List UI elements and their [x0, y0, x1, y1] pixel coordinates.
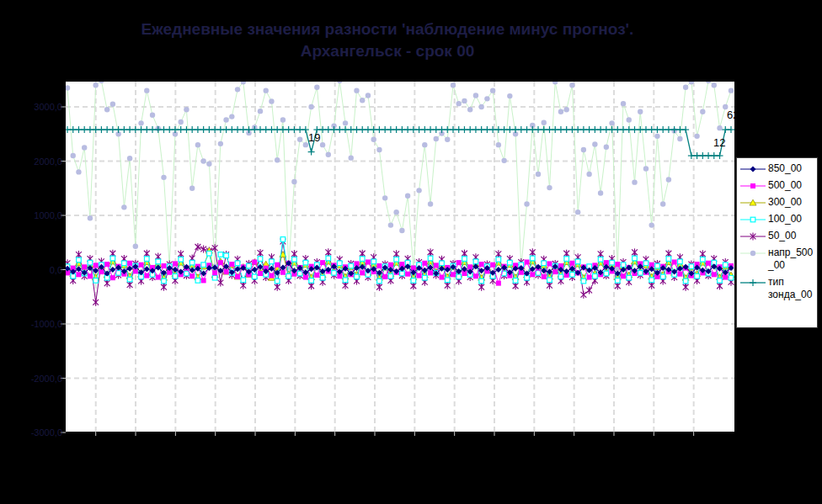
y-tick-label: -3000,0: [31, 427, 62, 438]
legend-item-500-00: 500_00: [739, 179, 817, 192]
legend-label-850-00: 850_00: [768, 162, 802, 175]
legend-item-50-00: 50_00: [739, 230, 817, 242]
data-label-19: 19: [308, 131, 320, 144]
legend-marker-tip-zonda-00-icon: [739, 277, 766, 289]
legend-marker-300-00-icon: [739, 197, 766, 209]
y-tick-label: 1000,0: [34, 210, 62, 220]
y-tick-label: 2000,0: [34, 157, 62, 167]
legend-item-300-00: 300_00: [739, 196, 817, 209]
legend-item-850-00: 850_00: [739, 162, 817, 175]
legend-marker-850-00-icon: [739, 163, 766, 175]
chart-canvas: Ежедневные значения разности 'наблюдение…: [0, 0, 822, 504]
legend-marker-50-00-icon: [739, 231, 766, 242]
legend-label-100-00: 100_00: [768, 213, 802, 225]
y-tick-label: 3000,0: [34, 102, 62, 112]
legend-item-tip-zonda-00: тип зонда_00: [739, 276, 817, 301]
y-tick-label: -1000,0: [31, 319, 62, 329]
legend-marker-500-00-icon: [739, 180, 766, 192]
legend-label-50-00: 50_00: [768, 230, 796, 242]
legend-item-napr-500-00: напр_500 _00: [739, 247, 817, 272]
legend-marker-100-00-icon: [739, 214, 766, 225]
legend-label-tip-zonda-00: тип зонда_00: [768, 276, 812, 301]
y-tick-label: -2000,0: [31, 374, 62, 384]
legend-item-100-00: 100_00: [739, 213, 817, 225]
data-label-62: 62: [727, 109, 739, 121]
data-label-12: 12: [713, 136, 725, 149]
legend: 850_00 500_00 300_00 100_00 50_00 напр_5…: [736, 157, 818, 328]
legend-label-300-00: 300_00: [768, 196, 802, 209]
plot-area: 3000,02000,01000,00,0-1000,0-2000,0-3000…: [0, 0, 822, 504]
y-tick-label: 0,0: [50, 265, 62, 275]
legend-label-500-00: 500_00: [768, 179, 802, 192]
legend-label-napr-500-00: напр_500 _00: [768, 247, 813, 272]
legend-marker-napr-500-00-icon: [739, 247, 766, 259]
